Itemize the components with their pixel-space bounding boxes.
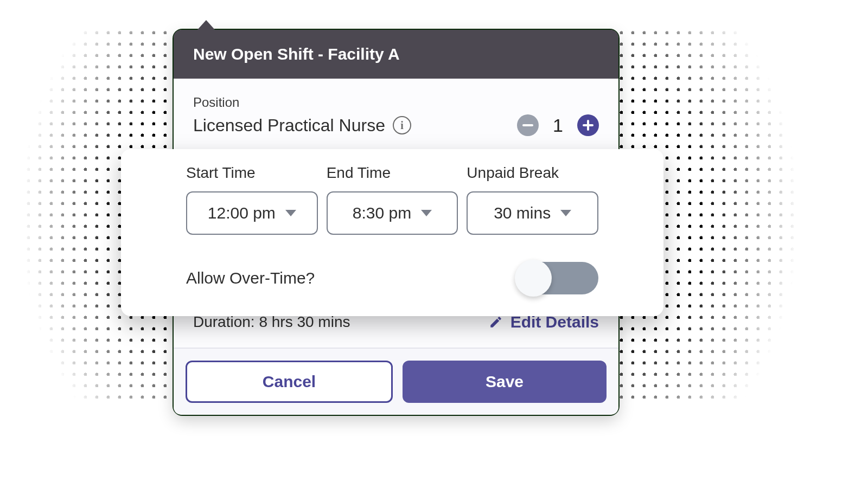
position-name: Licensed Practical Nurse [193,115,385,136]
info-icon[interactable]: i [393,116,411,134]
start-time-select[interactable]: 12:00 pm [186,191,318,235]
overtime-toggle[interactable] [517,262,598,294]
position-count-stepper: 1 [517,114,599,136]
overtime-label: Allow Over-Time? [186,269,315,287]
position-label: Position [193,95,599,110]
unpaid-break-select[interactable]: 30 mins [467,191,598,235]
save-button[interactable]: Save [403,361,607,403]
chevron-down-icon [560,210,571,216]
decrement-button[interactable] [517,114,539,136]
modal-title: New Open Shift - Facility A [174,30,618,79]
chevron-down-icon [421,210,432,216]
unpaid-break-label: Unpaid Break [467,164,598,182]
svg-rect-0 [522,124,533,126]
start-time-label: Start Time [186,164,318,182]
cancel-button[interactable]: Cancel [186,361,393,403]
chevron-down-icon [285,210,296,216]
svg-rect-2 [583,124,593,126]
unpaid-break-value: 30 mins [494,204,551,222]
end-time-select[interactable]: 8:30 pm [327,191,458,235]
time-panel: Start Time 12:00 pm End Time 8:30 pm Unp… [121,149,663,316]
end-time-label: End Time [327,164,458,182]
pencil-icon [489,315,503,329]
toggle-knob [515,260,552,297]
position-count: 1 [553,115,563,136]
increment-button[interactable] [577,114,599,136]
end-time-value: 8:30 pm [353,204,411,222]
start-time-value: 12:00 pm [208,204,276,222]
